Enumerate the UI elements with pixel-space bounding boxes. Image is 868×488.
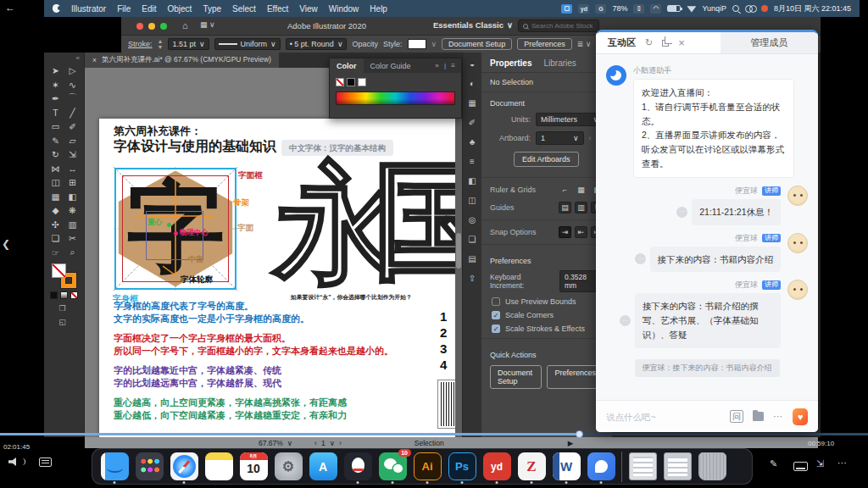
minimized-window-1[interactable] bbox=[628, 450, 657, 484]
lecturer-avatar[interactable] bbox=[787, 233, 808, 253]
xiaoetong-dock-icon[interactable] bbox=[587, 450, 615, 484]
slice-tool[interactable]: ✂ bbox=[64, 231, 81, 246]
rotate-tool[interactable]: ↻ bbox=[47, 147, 64, 162]
rectangle-tool[interactable]: ▭ bbox=[47, 119, 64, 134]
tab-color-guide[interactable]: Color Guide bbox=[364, 58, 418, 73]
checkbox-icon[interactable]: ✓ bbox=[492, 311, 500, 319]
chat-message-list[interactable]: 小鹅通助手 欢迎进入直播间： 1、请自行调节手机音量至合适的状态。 2、直播界面… bbox=[596, 57, 818, 400]
gradient-mode-button[interactable] bbox=[60, 291, 68, 299]
progress-bar-played[interactable] bbox=[0, 433, 579, 435]
question-icon[interactable]: 问 bbox=[730, 410, 743, 423]
wifi-icon[interactable] bbox=[687, 5, 696, 13]
tab-interactive-area[interactable]: 互动区 ↻ × bbox=[596, 32, 721, 53]
illustrator-dock-icon[interactable]: Ai bbox=[413, 450, 442, 484]
color-guide-panel-icon[interactable]: ◐ bbox=[470, 79, 475, 88]
symbol-sprayer-tool[interactable]: ✣ bbox=[47, 218, 64, 232]
asset-export-panel-icon[interactable]: ⇪ bbox=[469, 274, 476, 283]
launchpad-dock-icon[interactable] bbox=[135, 450, 164, 484]
menu-item[interactable]: Illustrator bbox=[71, 4, 106, 14]
photoshop-dock-icon[interactable]: Ps bbox=[448, 450, 476, 484]
refresh-icon[interactable]: ↻ bbox=[645, 38, 653, 47]
menu-item[interactable]: Window bbox=[329, 4, 359, 14]
progress-playhead[interactable] bbox=[576, 430, 583, 438]
stroke-panel-icon[interactable]: ≡ bbox=[470, 157, 475, 166]
panel-menu-icon[interactable]: » | ≡ bbox=[435, 62, 461, 69]
document-tab[interactable]: × 第六周补充课件.ai* @ 67.67% (CMYK/GPU Preview… bbox=[85, 53, 279, 68]
transparency-panel-icon[interactable]: ◫ bbox=[468, 196, 476, 205]
close-window-button[interactable] bbox=[136, 23, 143, 30]
eyedropper-tool[interactable]: ◆ bbox=[47, 203, 64, 218]
menu-item[interactable]: Type bbox=[203, 4, 221, 14]
close-icon[interactable]: × bbox=[678, 37, 685, 48]
exit-fullscreen-icon[interactable]: ⇲ bbox=[816, 458, 824, 469]
width-tool[interactable]: ⋈ bbox=[47, 162, 64, 176]
preferences-button[interactable]: Preferences bbox=[517, 38, 572, 50]
volume-icon[interactable] bbox=[8, 458, 19, 466]
stroke-label[interactable]: Stroke: bbox=[128, 40, 153, 48]
preference-checkbox[interactable]: ✓ Scale Corners bbox=[492, 311, 602, 319]
document-setup-button[interactable]: Document Setup bbox=[442, 38, 512, 50]
fill-stroke-widget[interactable] bbox=[52, 263, 77, 289]
mesh-tool[interactable]: ▦ bbox=[47, 190, 64, 204]
symbols-panel-icon[interactable]: ♣ bbox=[470, 137, 476, 147]
player-back-icon[interactable]: ← bbox=[5, 2, 15, 14]
qq-dock-icon[interactable] bbox=[343, 450, 372, 484]
menu-item[interactable]: Object bbox=[167, 4, 192, 14]
menu-extra-icon-2[interactable]: ◠ bbox=[650, 4, 661, 14]
adobe-stock-search[interactable] bbox=[518, 19, 599, 32]
show-guides-icon[interactable]: ▤ bbox=[559, 202, 571, 214]
workspace-switcher[interactable]: Essentials Classic∨ bbox=[433, 20, 513, 30]
preference-checkbox[interactable]: ✓ Scale Strokes & Effects bbox=[492, 324, 602, 333]
checkbox-icon[interactable] bbox=[492, 297, 500, 306]
arrange-documents-icon[interactable]: ▦ ∨ bbox=[200, 20, 215, 29]
chevron-down-icon[interactable]: ∨ bbox=[431, 40, 437, 48]
menu-item[interactable]: File bbox=[117, 4, 131, 14]
menu-bar-clock[interactable]: 8月10日 周六 22:01:45 bbox=[774, 3, 851, 14]
opacity-label[interactable]: Opacity bbox=[352, 40, 378, 48]
vertical-scrollbar[interactable] bbox=[455, 68, 462, 437]
scrollbar-thumb[interactable] bbox=[456, 233, 461, 269]
menu-item[interactable]: Help bbox=[370, 4, 387, 14]
align-options-icon[interactable]: ≣ ∨ bbox=[577, 40, 592, 48]
folder-icon[interactable] bbox=[753, 412, 764, 421]
menu-item[interactable]: Select bbox=[232, 4, 256, 14]
edit-artboards-button[interactable]: Edit Artboards bbox=[514, 152, 579, 167]
app-store-dock-icon[interactable]: A bbox=[309, 450, 337, 484]
chat-message-input[interactable] bbox=[606, 412, 721, 422]
color-panel-icon[interactable]: ◒ bbox=[470, 59, 475, 69]
gradient-panel-icon[interactable]: ◧ bbox=[468, 176, 476, 186]
input-method-icon[interactable] bbox=[761, 5, 768, 12]
color-spectrum-bar[interactable] bbox=[336, 92, 455, 105]
stock-search-input[interactable] bbox=[531, 22, 596, 30]
danmaku-toggle-icon[interactable] bbox=[39, 458, 52, 467]
zoom-tool[interactable]: ⌕ bbox=[64, 246, 81, 260]
snap-to-grid-icon[interactable]: ⇤ bbox=[575, 226, 587, 238]
draw-mode-icons[interactable]: ❐ bbox=[44, 304, 84, 313]
none-swatch[interactable] bbox=[336, 78, 344, 86]
subtitle-icon[interactable] bbox=[793, 462, 808, 471]
quick-document-setup-button[interactable]: Document Setup bbox=[490, 365, 542, 389]
tab-libraries[interactable]: Libraries bbox=[543, 58, 576, 68]
line-segment-tool[interactable]: ╱ bbox=[64, 106, 81, 120]
safari-dock-icon[interactable] bbox=[170, 450, 198, 484]
calendar-dock-icon[interactable]: 8月 10 bbox=[239, 450, 268, 484]
curvature-tool[interactable]: ⌒ bbox=[64, 92, 81, 106]
youdao-dock-icon[interactable]: yd bbox=[482, 450, 511, 484]
finder-dock-icon[interactable] bbox=[100, 450, 129, 484]
color-mode-button[interactable] bbox=[50, 291, 58, 299]
column-graph-tool[interactable]: ▥ bbox=[64, 218, 81, 232]
user-switch-icon[interactable] bbox=[745, 5, 755, 13]
pen-tool[interactable]: ✒ bbox=[47, 92, 64, 106]
paintbrush-tool[interactable]: ✐ bbox=[64, 119, 81, 134]
progress-bar-remaining[interactable] bbox=[579, 433, 868, 435]
stroke-weight-select[interactable]: 1.51 pt∨ bbox=[168, 38, 209, 50]
prev-artboard-icon[interactable]: ‹ bbox=[314, 439, 317, 447]
snap-to-point-icon[interactable]: ⇥ bbox=[559, 226, 571, 238]
pop-out-icon[interactable] bbox=[662, 40, 669, 47]
canvas-area[interactable]: 第六周补充课件： 字体设计与使用的基础知识中文字体：汉字的基本结构 字 bbox=[85, 68, 462, 437]
next-artboard-icon[interactable]: › bbox=[339, 439, 342, 447]
stroke-stepper[interactable]: ▲▼ bbox=[158, 38, 164, 50]
menu-extra-icon-1[interactable]: ▯ bbox=[633, 4, 644, 14]
menu-item[interactable]: Effect bbox=[267, 4, 288, 14]
apple-icon[interactable] bbox=[53, 4, 60, 13]
